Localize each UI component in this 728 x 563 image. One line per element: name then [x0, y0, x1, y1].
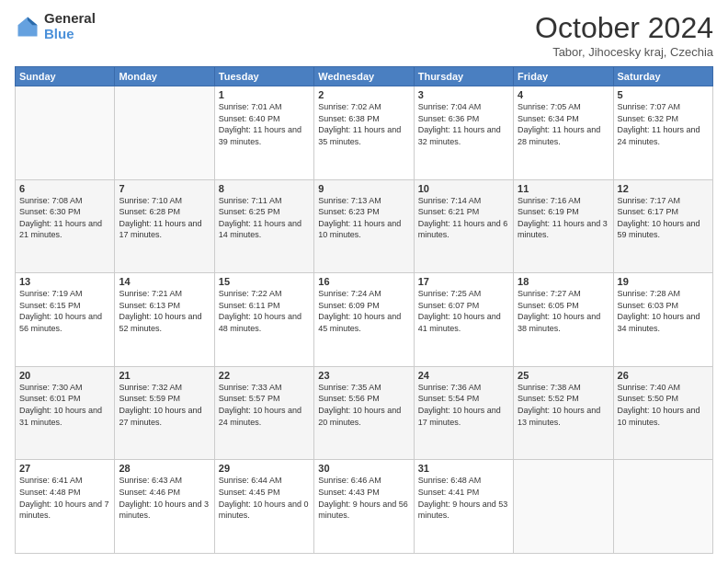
day-number: 25	[518, 370, 609, 381]
day-number: 16	[318, 276, 409, 287]
calendar-cell: 16Sunrise: 7:24 AM Sunset: 6:09 PM Dayli…	[314, 273, 414, 367]
weekday-friday: Friday	[514, 67, 613, 86]
calendar-cell: 21Sunrise: 7:32 AM Sunset: 5:59 PM Dayli…	[115, 366, 214, 460]
calendar-cell: 17Sunrise: 7:25 AM Sunset: 6:07 PM Dayli…	[414, 273, 513, 367]
calendar-cell: 11Sunrise: 7:16 AM Sunset: 6:19 PM Dayli…	[514, 179, 613, 273]
cell-info: Sunrise: 7:21 AM Sunset: 6:13 PM Dayligh…	[119, 288, 210, 334]
calendar-cell	[613, 460, 712, 554]
calendar-cell: 25Sunrise: 7:38 AM Sunset: 5:52 PM Dayli…	[514, 366, 613, 460]
day-number: 15	[219, 276, 310, 287]
calendar-cell: 9Sunrise: 7:13 AM Sunset: 6:23 PM Daylig…	[314, 179, 414, 273]
day-number: 10	[418, 183, 509, 194]
calendar-cell: 14Sunrise: 7:21 AM Sunset: 6:13 PM Dayli…	[115, 273, 214, 367]
logo-icon	[15, 14, 40, 40]
day-number: 4	[518, 89, 609, 100]
cell-info: Sunrise: 7:02 AM Sunset: 6:38 PM Dayligh…	[318, 101, 409, 147]
cell-info: Sunrise: 7:33 AM Sunset: 5:57 PM Dayligh…	[219, 382, 310, 428]
weekday-wednesday: Wednesday	[314, 67, 414, 86]
weekday-saturday: Saturday	[613, 67, 712, 86]
calendar-cell: 26Sunrise: 7:40 AM Sunset: 5:50 PM Dayli…	[613, 366, 712, 460]
cell-info: Sunrise: 7:10 AM Sunset: 6:28 PM Dayligh…	[119, 195, 210, 241]
day-number: 29	[219, 463, 310, 474]
calendar-cell: 24Sunrise: 7:36 AM Sunset: 5:54 PM Dayli…	[414, 366, 513, 460]
calendar-cell: 30Sunrise: 6:46 AM Sunset: 4:43 PM Dayli…	[314, 460, 414, 554]
calendar-cell: 3Sunrise: 7:04 AM Sunset: 6:36 PM Daylig…	[414, 86, 513, 180]
calendar-cell: 28Sunrise: 6:43 AM Sunset: 4:46 PM Dayli…	[115, 460, 214, 554]
day-number: 8	[219, 183, 310, 194]
day-number: 19	[618, 276, 709, 287]
calendar-cell: 6Sunrise: 7:08 AM Sunset: 6:30 PM Daylig…	[16, 179, 115, 273]
calendar-body: 1Sunrise: 7:01 AM Sunset: 6:40 PM Daylig…	[16, 86, 713, 554]
day-number: 17	[418, 276, 509, 287]
cell-info: Sunrise: 6:44 AM Sunset: 4:45 PM Dayligh…	[219, 475, 310, 521]
cell-info: Sunrise: 7:24 AM Sunset: 6:09 PM Dayligh…	[318, 288, 409, 334]
day-number: 18	[518, 276, 609, 287]
cell-info: Sunrise: 7:35 AM Sunset: 5:56 PM Dayligh…	[318, 382, 409, 428]
weekday-header-row: SundayMondayTuesdayWednesdayThursdayFrid…	[16, 67, 713, 86]
cell-info: Sunrise: 7:08 AM Sunset: 6:30 PM Dayligh…	[19, 195, 110, 241]
day-number: 30	[318, 463, 409, 474]
calendar-cell: 8Sunrise: 7:11 AM Sunset: 6:25 PM Daylig…	[214, 179, 313, 273]
calendar-cell	[16, 86, 115, 180]
cell-info: Sunrise: 7:19 AM Sunset: 6:15 PM Dayligh…	[19, 288, 110, 334]
day-number: 28	[119, 463, 210, 474]
day-number: 9	[318, 183, 409, 194]
calendar-cell: 12Sunrise: 7:17 AM Sunset: 6:17 PM Dayli…	[613, 179, 712, 273]
day-number: 26	[618, 370, 709, 381]
weekday-thursday: Thursday	[414, 67, 513, 86]
cell-info: Sunrise: 7:38 AM Sunset: 5:52 PM Dayligh…	[518, 382, 609, 428]
calendar-cell: 4Sunrise: 7:05 AM Sunset: 6:34 PM Daylig…	[514, 86, 613, 180]
cell-info: Sunrise: 7:17 AM Sunset: 6:17 PM Dayligh…	[618, 195, 709, 241]
logo-general: General	[44, 11, 96, 27]
calendar-cell: 23Sunrise: 7:35 AM Sunset: 5:56 PM Dayli…	[314, 366, 414, 460]
day-number: 5	[618, 89, 709, 100]
location: Tabor, Jihocesky kraj, Czechia	[535, 45, 713, 59]
day-number: 31	[418, 463, 509, 474]
day-number: 3	[418, 89, 509, 100]
week-row-5: 27Sunrise: 6:41 AM Sunset: 4:48 PM Dayli…	[16, 460, 713, 554]
cell-info: Sunrise: 7:14 AM Sunset: 6:21 PM Dayligh…	[418, 195, 509, 241]
day-number: 11	[518, 183, 609, 194]
day-number: 6	[19, 183, 110, 194]
day-number: 24	[418, 370, 509, 381]
calendar-cell: 15Sunrise: 7:22 AM Sunset: 6:11 PM Dayli…	[214, 273, 313, 367]
cell-info: Sunrise: 7:40 AM Sunset: 5:50 PM Dayligh…	[618, 382, 709, 428]
calendar-cell: 29Sunrise: 6:44 AM Sunset: 4:45 PM Dayli…	[214, 460, 313, 554]
cell-info: Sunrise: 7:04 AM Sunset: 6:36 PM Dayligh…	[418, 101, 509, 147]
day-number: 7	[119, 183, 210, 194]
calendar-cell: 18Sunrise: 7:27 AM Sunset: 6:05 PM Dayli…	[514, 273, 613, 367]
day-number: 27	[19, 463, 110, 474]
day-number: 21	[119, 370, 210, 381]
cell-info: Sunrise: 7:28 AM Sunset: 6:03 PM Dayligh…	[618, 288, 709, 334]
weekday-sunday: Sunday	[16, 67, 115, 86]
cell-info: Sunrise: 7:07 AM Sunset: 6:32 PM Dayligh…	[618, 101, 709, 147]
calendar-cell: 7Sunrise: 7:10 AM Sunset: 6:28 PM Daylig…	[115, 179, 214, 273]
calendar-cell: 2Sunrise: 7:02 AM Sunset: 6:38 PM Daylig…	[314, 86, 414, 180]
calendar-cell	[115, 86, 214, 180]
calendar-cell: 1Sunrise: 7:01 AM Sunset: 6:40 PM Daylig…	[214, 86, 313, 180]
calendar-table: SundayMondayTuesdayWednesdayThursdayFrid…	[15, 66, 713, 554]
week-row-3: 13Sunrise: 7:19 AM Sunset: 6:15 PM Dayli…	[16, 273, 713, 367]
calendar-cell: 27Sunrise: 6:41 AM Sunset: 4:48 PM Dayli…	[16, 460, 115, 554]
cell-info: Sunrise: 7:32 AM Sunset: 5:59 PM Dayligh…	[119, 382, 210, 428]
cell-info: Sunrise: 7:25 AM Sunset: 6:07 PM Dayligh…	[418, 288, 509, 334]
title-block: October 2024 Tabor, Jihocesky kraj, Czec…	[535, 11, 713, 59]
cell-info: Sunrise: 6:46 AM Sunset: 4:43 PM Dayligh…	[318, 475, 409, 521]
calendar-cell: 20Sunrise: 7:30 AM Sunset: 6:01 PM Dayli…	[16, 366, 115, 460]
calendar-cell: 22Sunrise: 7:33 AM Sunset: 5:57 PM Dayli…	[214, 366, 313, 460]
cell-info: Sunrise: 6:48 AM Sunset: 4:41 PM Dayligh…	[418, 475, 509, 521]
cell-info: Sunrise: 7:13 AM Sunset: 6:23 PM Dayligh…	[318, 195, 409, 241]
weekday-monday: Monday	[115, 67, 214, 86]
cell-info: Sunrise: 7:11 AM Sunset: 6:25 PM Dayligh…	[219, 195, 310, 241]
cell-info: Sunrise: 7:36 AM Sunset: 5:54 PM Dayligh…	[418, 382, 509, 428]
calendar-cell	[514, 460, 613, 554]
day-number: 2	[318, 89, 409, 100]
cell-info: Sunrise: 7:05 AM Sunset: 6:34 PM Dayligh…	[518, 101, 609, 147]
cell-info: Sunrise: 7:22 AM Sunset: 6:11 PM Dayligh…	[219, 288, 310, 334]
cell-info: Sunrise: 7:27 AM Sunset: 6:05 PM Dayligh…	[518, 288, 609, 334]
logo-blue: Blue	[44, 27, 96, 42]
cell-info: Sunrise: 6:41 AM Sunset: 4:48 PM Dayligh…	[19, 475, 110, 521]
week-row-1: 1Sunrise: 7:01 AM Sunset: 6:40 PM Daylig…	[16, 86, 713, 180]
day-number: 12	[618, 183, 709, 194]
calendar-cell: 10Sunrise: 7:14 AM Sunset: 6:21 PM Dayli…	[414, 179, 513, 273]
